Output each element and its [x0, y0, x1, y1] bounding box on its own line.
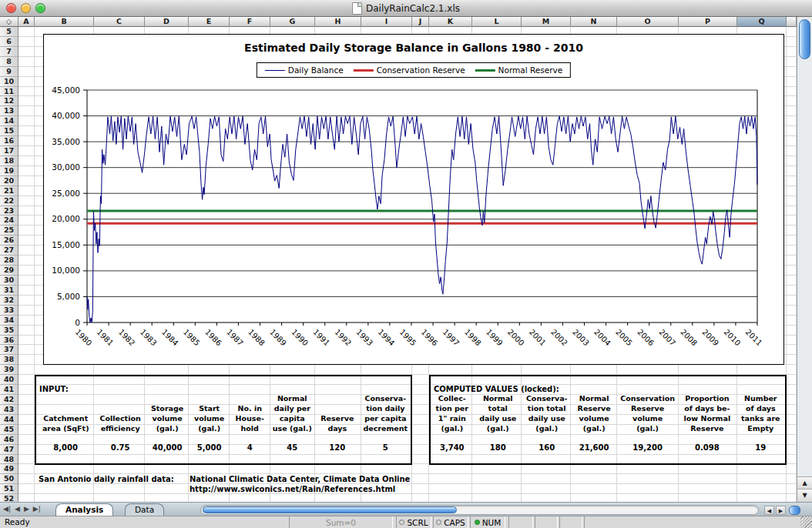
value-cell[interactable]: 0.75 [95, 443, 145, 452]
row-header-38[interactable]: 38 [0, 355, 18, 365]
column-header-I[interactable]: I [361, 17, 412, 27]
row-header-42[interactable]: 42 [0, 395, 18, 405]
column-header-cell[interactable]: Normaldaily percapitause (gal.) [270, 393, 315, 433]
column-header-P[interactable]: P [679, 17, 737, 27]
data-source-url[interactable]: http://www.swiconics.net/Rain/References… [190, 485, 395, 493]
tab-nav-button[interactable]: ▶| [33, 505, 41, 513]
row-header-24[interactable]: 24 [0, 216, 18, 226]
value-cell[interactable]: 45 [270, 443, 315, 452]
row-header-13[interactable]: 13 [0, 106, 18, 116]
row-header-25[interactable]: 25 [0, 226, 18, 236]
row-header-27[interactable]: 27 [0, 246, 18, 256]
pane-split-handle[interactable] [789, 506, 800, 515]
column-header-Q[interactable]: Q [737, 17, 787, 27]
row-header-28[interactable]: 28 [0, 256, 18, 266]
scroll-down-button[interactable]: ▼ [797, 489, 812, 502]
row-header-23[interactable]: 23 [0, 206, 18, 216]
horizontal-scrollbar[interactable] [200, 505, 759, 515]
row-header-44[interactable]: 44 [0, 415, 18, 425]
row-header-20[interactable]: 20 [0, 176, 18, 186]
row-header-17[interactable]: 17 [0, 146, 18, 156]
value-cell[interactable]: 5 [361, 443, 411, 452]
column-header-F[interactable]: F [230, 17, 270, 27]
tab-nav-button[interactable]: ▶ [24, 505, 29, 513]
scroll-left-button[interactable]: ◀ [764, 506, 774, 515]
column-header-cell[interactable]: Startvolume(gal.) [189, 403, 230, 433]
column-header-G[interactable]: G [270, 17, 315, 27]
row-header-40[interactable]: 40 [0, 375, 18, 385]
column-header-cell[interactable]: Catchmentarea (SqFt) [36, 413, 95, 433]
row-header-35[interactable]: 35 [0, 326, 18, 336]
column-header-K[interactable]: K [429, 17, 472, 27]
sheet-tab-analysis[interactable]: Analysis [55, 503, 113, 516]
value-cell[interactable]: 8,000 [36, 443, 95, 452]
column-header-cell[interactable]: ConservationReservevolume(gal.) [617, 393, 678, 433]
value-cell[interactable]: 3,740 [431, 443, 474, 452]
row-header-34[interactable]: 34 [0, 316, 18, 326]
row-header-49[interactable]: 49 [0, 464, 18, 474]
column-header-cell[interactable]: Conserva-tion totaldaily use(gal.) [522, 393, 571, 433]
column-header-L[interactable]: L [472, 17, 522, 27]
row-header-9[interactable]: 9 [0, 67, 18, 77]
row-header-46[interactable]: 46 [0, 435, 18, 445]
horizontal-scroll-thumb[interactable] [203, 506, 457, 513]
value-cell[interactable]: 4 [230, 443, 270, 452]
row-header-37[interactable]: 37 [0, 345, 18, 355]
column-header-partial[interactable] [787, 17, 797, 27]
row-header-22[interactable]: 22 [0, 196, 18, 206]
row-header-45[interactable]: 45 [0, 425, 18, 435]
select-all-corner[interactable]: ◇ [0, 17, 18, 27]
row-header-7[interactable]: 7 [0, 47, 18, 57]
value-cell[interactable]: 40,000 [146, 443, 190, 452]
title-bar[interactable]: DailyRainCalc2.1.xls [0, 0, 812, 17]
row-header-41[interactable]: 41 [0, 385, 18, 395]
value-cell[interactable]: 19 [737, 443, 785, 452]
value-cell[interactable]: 0.098 [678, 443, 736, 452]
column-header-cell[interactable]: Storagevolume(gal.) [146, 403, 190, 433]
column-header-N[interactable]: N [571, 17, 617, 27]
column-header-cell[interactable]: Conserva-tion dailyper capitadecrement [361, 393, 411, 433]
column-header-E[interactable]: E [189, 17, 230, 27]
row-header-31[interactable]: 31 [0, 286, 18, 296]
row-header-26[interactable]: 26 [0, 236, 18, 246]
sheet-tab-data[interactable]: Data [125, 503, 164, 516]
value-cell[interactable]: 5,000 [189, 443, 230, 452]
column-header-cell[interactable]: Collec-tion per1" rain(gal.) [431, 393, 474, 433]
column-header-cell[interactable]: Collectionefficiency [95, 413, 145, 433]
row-header-16[interactable]: 16 [0, 136, 18, 146]
row-header-48[interactable]: 48 [0, 455, 18, 465]
row-header-33[interactable]: 33 [0, 306, 18, 316]
column-header-D[interactable]: D [145, 17, 189, 27]
value-cell[interactable]: 21,600 [571, 443, 616, 452]
row-header-32[interactable]: 32 [0, 296, 18, 306]
column-header-cell[interactable]: NormalReservevolume(gal.) [571, 393, 616, 433]
row-header-5[interactable]: 5 [0, 27, 18, 37]
column-header-cell[interactable]: Normaltotaldaily use(gal.) [474, 393, 522, 433]
column-header-cell[interactable]: Proportionof days be-low NormalReserve [678, 393, 736, 433]
row-header-12[interactable]: 12 [0, 96, 18, 106]
row-header-29[interactable]: 29 [0, 266, 18, 276]
value-cell[interactable]: 19,200 [617, 443, 678, 452]
vertical-scrollbar[interactable]: ▲ ▼ [797, 17, 812, 502]
column-header-J[interactable]: J [412, 17, 429, 27]
column-header-cell[interactable]: Reservedays [314, 413, 361, 433]
column-header-cell[interactable]: Numberof daystanks areEmpty [737, 393, 785, 433]
row-header-50[interactable]: 50 [0, 474, 18, 484]
row-header-30[interactable]: 30 [0, 276, 18, 286]
spreadsheet-grid[interactable]: 5678910111213141516171819202122232425262… [0, 27, 797, 502]
row-header-14[interactable]: 14 [0, 116, 18, 126]
row-header-21[interactable]: 21 [0, 186, 18, 196]
scroll-up-button[interactable]: ▲ [797, 476, 812, 490]
value-cell[interactable]: 120 [314, 443, 361, 452]
column-header-H[interactable]: H [315, 17, 361, 27]
tab-nav-button[interactable]: ◀| [3, 505, 11, 513]
row-header-10[interactable]: 10 [0, 77, 18, 87]
tab-nav-button[interactable]: ◀ [15, 505, 20, 513]
resize-grip[interactable] [800, 516, 812, 528]
value-cell[interactable]: 160 [522, 443, 571, 452]
value-cell[interactable]: 180 [474, 443, 522, 452]
row-header-6[interactable]: 6 [0, 37, 18, 47]
row-header-11[interactable]: 11 [0, 87, 18, 97]
scroll-right-button[interactable]: ▶ [776, 506, 786, 515]
column-header-O[interactable]: O [617, 17, 679, 27]
